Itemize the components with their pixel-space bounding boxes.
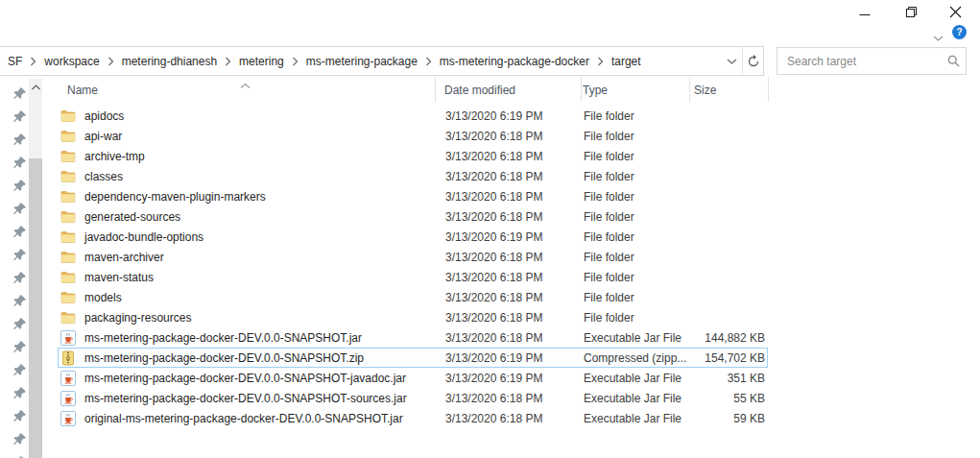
file-name: maven-archiver [84, 251, 164, 264]
chevron-right-icon[interactable] [595, 57, 606, 66]
column-header-name[interactable]: Name [58, 84, 437, 97]
column-divider[interactable] [581, 77, 582, 102]
file-name: maven-status [84, 271, 154, 284]
file-date-modified: 3/13/2020 6:18 PM [438, 210, 583, 224]
title-bar: ? [0, 0, 980, 44]
table-row[interactable]: classes 3/13/2020 6:18 PM File folder [58, 166, 768, 186]
file-type: Executable Jar File [583, 392, 692, 405]
column-divider[interactable] [689, 77, 690, 102]
table-row[interactable]: maven-archiver 3/13/2020 6:18 PM File fo… [58, 247, 768, 267]
table-row[interactable]: original-ms-metering-package-docker-DEV.… [58, 408, 768, 428]
file-type: File folder [583, 291, 692, 304]
breadcrumb-item[interactable]: metering [233, 47, 290, 75]
table-row[interactable]: archive-tmp 3/13/2020 6:18 PM File folde… [58, 146, 768, 166]
pin-icon [12, 432, 27, 446]
refresh-icon [747, 55, 760, 68]
file-date-modified: 3/13/2020 6:18 PM [438, 271, 583, 284]
search-input[interactable] [777, 55, 941, 68]
jar-file-icon [60, 411, 76, 426]
minimize-button[interactable] [852, 2, 877, 21]
breadcrumb-item[interactable]: SF [2, 47, 28, 75]
file-name: packaging-resources [84, 311, 191, 325]
file-name: apidocs [84, 109, 124, 123]
close-button[interactable] [943, 2, 968, 21]
table-row[interactable]: javadoc-bundle-options 3/13/2020 6:19 PM… [58, 227, 768, 247]
scroll-up-icon[interactable] [29, 81, 42, 94]
folder-icon [60, 189, 76, 205]
address-dropdown-button[interactable] [721, 47, 742, 75]
file-type: Compressed (zipp... [583, 351, 692, 365]
refresh-button[interactable] [742, 47, 763, 75]
chevron-right-icon[interactable] [290, 57, 300, 66]
file-size: 154,702 KB [692, 351, 769, 365]
file-date-modified: 3/13/2020 6:18 PM [438, 170, 583, 183]
file-date-modified: 3/13/2020 6:18 PM [438, 130, 583, 143]
folder-icon [60, 270, 76, 285]
column-header-type[interactable]: Type [582, 84, 691, 97]
table-row[interactable]: apidocs 3/13/2020 6:19 PM File folder [58, 106, 768, 126]
file-size: 144,882 KB [692, 331, 769, 345]
chevron-right-icon[interactable] [106, 57, 116, 66]
nav-scrollbar[interactable] [29, 79, 42, 458]
breadcrumb-item[interactable]: workspace [38, 47, 105, 75]
file-type: Executable Jar File [583, 412, 692, 425]
column-header-date-modified[interactable]: Date modified [437, 84, 582, 97]
breadcrumb-item[interactable]: ms-metering-package [300, 47, 423, 75]
column-divider[interactable] [768, 77, 769, 102]
table-row[interactable]: dependency-maven-plugin-markers 3/13/202… [58, 186, 768, 206]
table-row[interactable]: packaging-resources 3/13/2020 6:18 PM Fi… [58, 307, 768, 327]
table-row[interactable]: ms-metering-package-docker-DEV.0.0-SNAPS… [58, 388, 768, 408]
breadcrumb-item[interactable]: target [606, 47, 647, 75]
file-type-icon [60, 189, 76, 205]
restore-button[interactable] [898, 2, 923, 21]
file-name: generated-sources [84, 210, 180, 224]
pin-icon [12, 109, 27, 124]
file-size: 55 KB [692, 392, 769, 405]
help-button[interactable]: ? [952, 25, 967, 39]
jar-file-icon [60, 371, 76, 386]
table-row[interactable]: maven-status 3/13/2020 6:18 PM File fold… [58, 267, 768, 287]
file-type-icon [60, 310, 76, 325]
file-type-icon [60, 209, 76, 225]
folder-icon [60, 149, 76, 164]
file-type: File folder [583, 150, 692, 163]
table-row[interactable]: models 3/13/2020 6:18 PM File folder [58, 287, 768, 307]
chevron-right-icon[interactable] [423, 57, 434, 66]
column-divider[interactable] [435, 77, 436, 102]
file-type: Executable Jar File [583, 331, 692, 345]
file-date-modified: 3/13/2020 6:18 PM [438, 190, 583, 204]
column-header-size[interactable]: Size [691, 84, 768, 97]
pin-icon [12, 86, 27, 101]
file-type-icon [60, 290, 76, 305]
chevron-right-icon[interactable] [28, 57, 38, 66]
folder-icon [60, 169, 76, 184]
file-type: File folder [583, 251, 692, 264]
table-row[interactable]: ms-metering-package-docker-DEV.0.0-SNAPS… [58, 327, 768, 348]
file-name: javadoc-bundle-options [84, 230, 203, 244]
minimize-icon [859, 6, 871, 17]
breadcrumb-item[interactable]: metering-dhianesh [116, 47, 223, 75]
file-date-modified: 3/13/2020 6:18 PM [438, 251, 583, 264]
file-name: models [84, 291, 122, 304]
file-date-modified: 3/13/2020 6:19 PM [438, 230, 583, 244]
table-row[interactable]: ms-metering-package-docker-DEV.0.0-SNAPS… [58, 348, 768, 368]
table-row[interactable]: api-war 3/13/2020 6:18 PM File folder [58, 126, 768, 146]
file-type: File folder [583, 311, 692, 325]
pin-icon [12, 156, 27, 170]
file-date-modified: 3/13/2020 6:18 PM [438, 291, 583, 304]
close-icon [949, 6, 962, 18]
table-row[interactable]: generated-sources 3/13/2020 6:18 PM File… [58, 206, 768, 227]
breadcrumb-item[interactable]: ms-metering-package-docker [434, 47, 595, 75]
chevron-right-icon[interactable] [223, 57, 233, 66]
file-type: File folder [583, 109, 692, 123]
pin-icon [12, 317, 27, 331]
expand-ribbon-button[interactable] [933, 29, 944, 46]
address-bar[interactable]: SFworkspacemetering-dhianeshmeteringms-m… [0, 46, 764, 76]
file-type-icon [60, 149, 76, 164]
nav-scrollbar-thumb[interactable] [29, 158, 42, 458]
table-row[interactable]: ms-metering-package-docker-DEV.0.0-SNAPS… [58, 368, 768, 388]
file-type-icon [60, 270, 76, 285]
file-name: dependency-maven-plugin-markers [84, 190, 266, 204]
file-type: File folder [583, 190, 692, 204]
file-name: ms-metering-package-docker-DEV.0.0-SNAPS… [84, 392, 407, 405]
